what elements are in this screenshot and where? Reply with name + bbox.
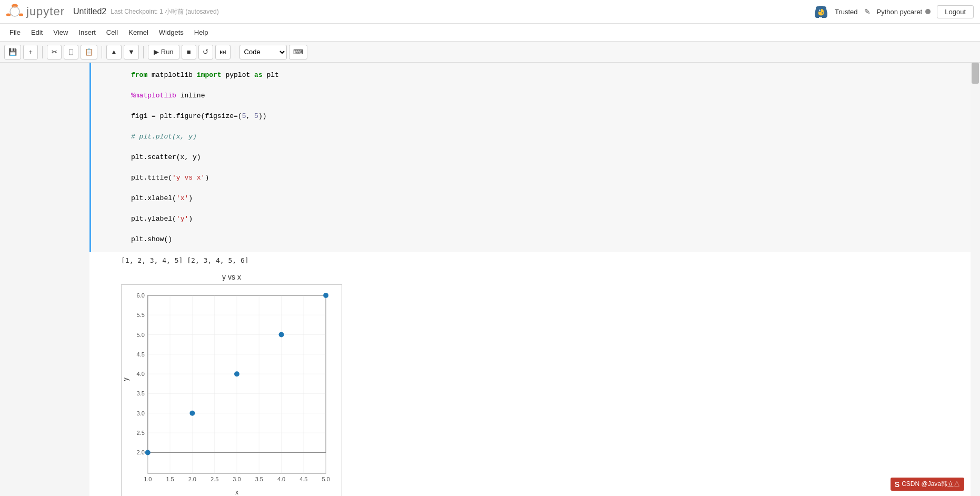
move-down-icon: ▼ [128, 48, 135, 56]
edit-notebook-name-button[interactable]: ✎ [864, 7, 871, 16]
topbar: jupyter Untitled2 Last Checkpoint: 1 小时前… [0, 0, 980, 24]
notebook-area[interactable]: from matplotlib import pyplot as plt %ma… [89, 63, 971, 496]
kernel-info: Python pycaret [877, 8, 931, 16]
save-button[interactable]: 💾 [4, 45, 21, 59]
plot-title: y vs x [222, 273, 241, 281]
x-tick-3: 3.0 [233, 476, 241, 482]
move-up-icon: ▲ [111, 48, 117, 56]
code-line-7: plt.xlabel('x') [131, 193, 962, 204]
save-icon: 💾 [8, 48, 17, 56]
cell-code-content[interactable]: from matplotlib import pyplot as plt %ma… [123, 63, 971, 252]
x-tick-4: 4.0 [277, 476, 285, 482]
keyword-from: from [131, 71, 147, 79]
menubar: File Edit View Insert Cell Kernel Widget… [0, 24, 980, 42]
code-cell[interactable]: from matplotlib import pyplot as plt %ma… [89, 63, 971, 252]
x-tick-2: 2.0 [188, 476, 196, 482]
keyword-as: as [254, 71, 263, 79]
code-line-1: from matplotlib import pyplot as plt [131, 70, 962, 81]
notebook-title[interactable]: Untitled2 [73, 7, 106, 16]
toolbar-separator-1 [42, 46, 43, 58]
output-area: [1, 2, 3, 4, 5] [2, 3, 4, 5, 6] [89, 252, 971, 269]
kernel-name: Python pycaret [877, 8, 923, 16]
cell-input-area: from matplotlib import pyplot as plt %ma… [91, 63, 971, 252]
y-tick-55: 5.5 [137, 312, 145, 318]
y-tick-25: 2.5 [137, 430, 145, 436]
menu-view[interactable]: View [48, 26, 73, 38]
left-margin [0, 63, 89, 496]
cell-type-select[interactable]: Code Markdown Raw NBConvert [239, 45, 287, 59]
csdn-icon: S [895, 480, 899, 489]
cell-prompt [91, 63, 123, 76]
move-up-button[interactable]: ▲ [106, 45, 122, 59]
svg-point-1 [6, 14, 11, 16]
run-icon: ▶ [154, 48, 159, 56]
cut-button[interactable]: ✂ [47, 45, 62, 59]
menu-edit[interactable]: Edit [26, 26, 48, 38]
menu-help[interactable]: Help [189, 26, 214, 38]
stop-button[interactable]: ■ [182, 45, 196, 59]
y-tick-4: 4.0 [137, 371, 145, 377]
python-icon [814, 4, 828, 19]
code-editor[interactable]: from matplotlib import pyplot as plt %ma… [125, 66, 968, 249]
svg-point-9 [819, 9, 820, 11]
fast-forward-button[interactable]: ⏭ [215, 45, 231, 59]
svg-point-4 [10, 7, 19, 16]
toolbar-separator-4 [235, 46, 235, 58]
paste-button[interactable]: 📋 [81, 45, 97, 59]
code-line-8: plt.ylabel('y') [131, 214, 962, 224]
restart-button[interactable]: ↺ [198, 45, 213, 59]
menu-file[interactable]: File [4, 26, 26, 38]
svg-point-2 [19, 14, 24, 16]
menu-cell[interactable]: Cell [101, 26, 123, 38]
x-axis-label: x [235, 489, 238, 496]
code-line-3: fig1 = plt.figure(figsize=(5, 5)) [131, 111, 962, 122]
run-button[interactable]: ▶ Run [148, 45, 179, 59]
logout-button[interactable]: Logout [937, 5, 974, 18]
topbar-right: Trusted ✎ Python pycaret Logout [814, 4, 974, 19]
menu-widgets[interactable]: Widgets [154, 26, 189, 38]
move-down-button[interactable]: ▼ [124, 45, 139, 59]
jupyter-logo-icon [6, 3, 23, 20]
output-text: [1, 2, 3, 4, 5] [2, 3, 4, 5, 6] [121, 254, 971, 266]
scatter-plot: 6.0 5.5 5.0 4.5 4.0 3.5 3.0 2.5 2.0 y [121, 284, 342, 497]
plot-container: y vs x [89, 269, 971, 497]
y-tick-45: 4.5 [137, 351, 145, 357]
data-point-5 [323, 292, 328, 297]
keyword-import: import [197, 71, 222, 79]
magic-command: %matplotlib [131, 92, 176, 100]
menu-insert[interactable]: Insert [73, 26, 101, 38]
stop-icon: ■ [187, 48, 191, 56]
keyboard-icon: ⌨ [293, 48, 303, 56]
data-point-2 [189, 410, 195, 415]
toolbar: 💾 + ✂ ⎕ 📋 ▲ ▼ ▶ Run ■ ↺ ⏭ Code Markdown … [0, 42, 980, 63]
kernel-status-indicator [925, 9, 931, 14]
toolbar-separator-2 [102, 46, 102, 58]
data-point-3 [234, 371, 239, 376]
menu-kernel[interactable]: Kernel [123, 26, 154, 38]
keyboard-shortcuts-button[interactable]: ⌨ [289, 45, 307, 59]
comment-line: # plt.plot(x, y) [131, 133, 197, 141]
num-5b: 5 [254, 112, 258, 120]
scrollbar-track[interactable] [971, 63, 980, 496]
right-scrollbar-area [971, 63, 980, 496]
y-tick-35: 3.5 [137, 390, 145, 396]
checkpoint-info: Last Checkpoint: 1 小时前 (autosaved) [111, 7, 218, 16]
copy-icon: ⎕ [69, 48, 73, 56]
copy-button[interactable]: ⎕ [64, 45, 78, 59]
fast-forward-icon: ⏭ [219, 48, 226, 56]
code-line-2: %matplotlib inline [131, 91, 962, 101]
y-tick-3: 3.0 [137, 410, 145, 416]
code-line-4: # plt.plot(x, y) [131, 132, 962, 142]
data-point-1 [145, 450, 151, 455]
add-cell-button[interactable]: + [23, 45, 38, 59]
jupyter-wordmark: jupyter [26, 5, 65, 18]
trusted-button[interactable]: Trusted [835, 8, 858, 16]
code-line-6: plt.title('y vs x') [131, 173, 962, 183]
y-tick-2: 2.0 [137, 449, 145, 455]
data-point-4 [279, 332, 284, 337]
y-tick-6: 6.0 [137, 292, 145, 298]
str-title: 'y vs x' [172, 174, 205, 182]
code-line-9: plt.show() [131, 234, 962, 245]
code-line-5: plt.scatter(x, y) [131, 152, 962, 163]
scrollbar-thumb[interactable] [972, 63, 979, 84]
